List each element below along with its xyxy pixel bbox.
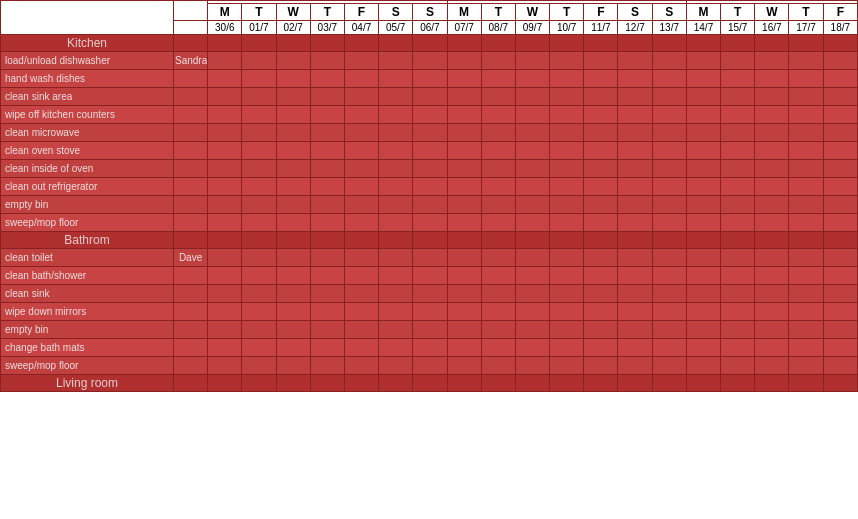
- chore-day-0-7-5[interactable]: [379, 178, 413, 196]
- chore-day-0-2-2[interactable]: [276, 88, 310, 106]
- chore-day-1-1-0[interactable]: [208, 267, 242, 285]
- chore-day-1-0-0[interactable]: [208, 249, 242, 267]
- chore-day-0-2-15[interactable]: [721, 88, 755, 106]
- chore-day-1-3-10[interactable]: [550, 303, 584, 321]
- chore-day-0-2-16[interactable]: [755, 88, 789, 106]
- chore-day-0-5-13[interactable]: [652, 142, 686, 160]
- chore-day-0-3-2[interactable]: [276, 106, 310, 124]
- chore-day-0-7-3[interactable]: [310, 178, 344, 196]
- chore-day-0-0-6[interactable]: [413, 52, 447, 70]
- chore-day-0-1-15[interactable]: [721, 70, 755, 88]
- chore-day-1-0-4[interactable]: [344, 249, 378, 267]
- chore-day-0-3-12[interactable]: [618, 106, 652, 124]
- chore-day-0-7-8[interactable]: [481, 178, 515, 196]
- chore-day-0-5-5[interactable]: [379, 142, 413, 160]
- chore-day-1-6-11[interactable]: [584, 357, 618, 375]
- chore-day-0-5-2[interactable]: [276, 142, 310, 160]
- chore-day-0-3-10[interactable]: [550, 106, 584, 124]
- chore-day-0-6-17[interactable]: [789, 160, 823, 178]
- chore-day-0-5-6[interactable]: [413, 142, 447, 160]
- chore-day-0-4-3[interactable]: [310, 124, 344, 142]
- chore-day-1-3-0[interactable]: [208, 303, 242, 321]
- chore-day-0-1-12[interactable]: [618, 70, 652, 88]
- chore-day-1-0-18[interactable]: [823, 249, 857, 267]
- chore-day-1-6-10[interactable]: [550, 357, 584, 375]
- chore-day-0-9-17[interactable]: [789, 214, 823, 232]
- chore-day-1-2-16[interactable]: [755, 285, 789, 303]
- chore-day-1-1-7[interactable]: [447, 267, 481, 285]
- chore-day-0-9-12[interactable]: [618, 214, 652, 232]
- chore-day-0-0-17[interactable]: [789, 52, 823, 70]
- chore-day-0-0-7[interactable]: [447, 52, 481, 70]
- chore-day-0-4-18[interactable]: [823, 124, 857, 142]
- chore-day-1-0-13[interactable]: [652, 249, 686, 267]
- chore-day-0-4-0[interactable]: [208, 124, 242, 142]
- chore-day-0-4-9[interactable]: [515, 124, 549, 142]
- chore-day-1-4-4[interactable]: [344, 321, 378, 339]
- chore-day-0-4-10[interactable]: [550, 124, 584, 142]
- chore-day-1-2-4[interactable]: [344, 285, 378, 303]
- chore-day-1-6-14[interactable]: [686, 357, 720, 375]
- chore-day-0-9-5[interactable]: [379, 214, 413, 232]
- chore-day-1-0-7[interactable]: [447, 249, 481, 267]
- chore-day-0-6-1[interactable]: [242, 160, 276, 178]
- chore-day-0-9-1[interactable]: [242, 214, 276, 232]
- chore-day-0-6-18[interactable]: [823, 160, 857, 178]
- chore-day-0-7-10[interactable]: [550, 178, 584, 196]
- chore-day-1-0-14[interactable]: [686, 249, 720, 267]
- chore-day-0-8-1[interactable]: [242, 196, 276, 214]
- chore-day-0-6-6[interactable]: [413, 160, 447, 178]
- chore-day-0-5-4[interactable]: [344, 142, 378, 160]
- chore-day-0-4-8[interactable]: [481, 124, 515, 142]
- chore-day-0-7-7[interactable]: [447, 178, 481, 196]
- chore-day-1-1-2[interactable]: [276, 267, 310, 285]
- chore-day-1-2-17[interactable]: [789, 285, 823, 303]
- chore-day-0-4-2[interactable]: [276, 124, 310, 142]
- chore-day-1-5-7[interactable]: [447, 339, 481, 357]
- chore-day-1-6-12[interactable]: [618, 357, 652, 375]
- chore-day-0-1-16[interactable]: [755, 70, 789, 88]
- chore-day-0-8-0[interactable]: [208, 196, 242, 214]
- chore-day-0-8-3[interactable]: [310, 196, 344, 214]
- chore-day-0-5-17[interactable]: [789, 142, 823, 160]
- chore-day-0-3-7[interactable]: [447, 106, 481, 124]
- chore-day-1-6-7[interactable]: [447, 357, 481, 375]
- chore-day-1-3-11[interactable]: [584, 303, 618, 321]
- chore-day-1-2-12[interactable]: [618, 285, 652, 303]
- chore-day-0-2-11[interactable]: [584, 88, 618, 106]
- chore-day-1-6-1[interactable]: [242, 357, 276, 375]
- chore-day-0-5-0[interactable]: [208, 142, 242, 160]
- chore-day-1-2-15[interactable]: [721, 285, 755, 303]
- chore-day-0-0-5[interactable]: [379, 52, 413, 70]
- chore-day-0-1-18[interactable]: [823, 70, 857, 88]
- chore-day-0-9-11[interactable]: [584, 214, 618, 232]
- chore-day-0-5-11[interactable]: [584, 142, 618, 160]
- chore-day-0-2-6[interactable]: [413, 88, 447, 106]
- chore-day-0-3-14[interactable]: [686, 106, 720, 124]
- chore-day-0-4-4[interactable]: [344, 124, 378, 142]
- chore-day-1-0-2[interactable]: [276, 249, 310, 267]
- chore-day-0-8-17[interactable]: [789, 196, 823, 214]
- chore-day-0-5-14[interactable]: [686, 142, 720, 160]
- chore-day-0-7-14[interactable]: [686, 178, 720, 196]
- chore-day-1-0-5[interactable]: [379, 249, 413, 267]
- chore-day-1-5-2[interactable]: [276, 339, 310, 357]
- chore-day-1-5-5[interactable]: [379, 339, 413, 357]
- chore-day-1-2-6[interactable]: [413, 285, 447, 303]
- chore-day-0-2-7[interactable]: [447, 88, 481, 106]
- chore-day-1-1-8[interactable]: [481, 267, 515, 285]
- chore-day-1-3-14[interactable]: [686, 303, 720, 321]
- chore-day-1-3-12[interactable]: [618, 303, 652, 321]
- chore-day-1-5-4[interactable]: [344, 339, 378, 357]
- chore-day-1-1-18[interactable]: [823, 267, 857, 285]
- chore-day-0-7-1[interactable]: [242, 178, 276, 196]
- chore-day-0-3-4[interactable]: [344, 106, 378, 124]
- chore-day-1-5-15[interactable]: [721, 339, 755, 357]
- chore-day-1-3-18[interactable]: [823, 303, 857, 321]
- chore-day-1-5-9[interactable]: [515, 339, 549, 357]
- chore-day-1-1-4[interactable]: [344, 267, 378, 285]
- chore-day-0-3-8[interactable]: [481, 106, 515, 124]
- chore-day-0-3-1[interactable]: [242, 106, 276, 124]
- chore-day-1-1-5[interactable]: [379, 267, 413, 285]
- chore-day-1-6-13[interactable]: [652, 357, 686, 375]
